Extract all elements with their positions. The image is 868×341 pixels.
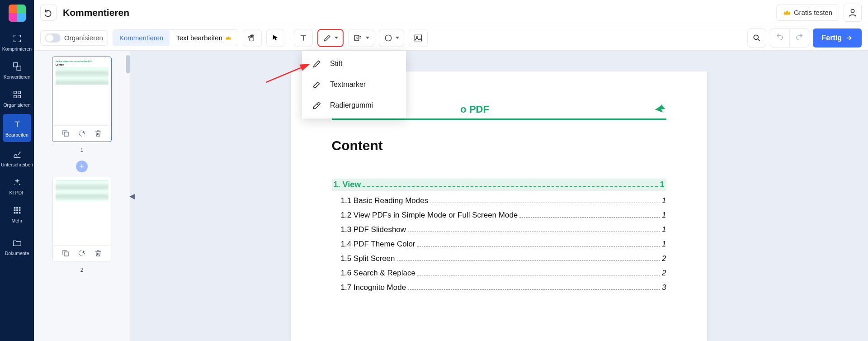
toc-item: 1.3 PDF Slideshow 1 (332, 225, 666, 234)
delete-page-icon[interactable] (94, 249, 102, 257)
svg-rect-11 (14, 209, 15, 211)
convert-icon (11, 61, 23, 72)
rotate-page-icon[interactable] (78, 249, 86, 257)
toc-section-page: 1 (660, 180, 664, 189)
edit-text-icon (11, 118, 23, 130)
thumbnail-panel: So Glad to Have You Here at SwifDoo PDF … (34, 51, 130, 341)
sidebar-item-convert[interactable]: Konvertieren (0, 56, 34, 84)
done-button-label: Fertig (822, 34, 842, 42)
sidebar-item-sign[interactable]: Unterschreiben (0, 144, 34, 172)
svg-rect-5 (18, 95, 20, 98)
svg-point-17 (851, 9, 854, 12)
svg-rect-24 (64, 132, 68, 136)
organize-toggle-label: Organisieren (64, 34, 103, 42)
document-viewport[interactable]: ◀ So Glad to Hav o PDF Content 1. View (130, 51, 868, 341)
profile-button[interactable] (844, 4, 862, 22)
free-trial-button[interactable]: Gratis testen (776, 5, 839, 21)
thumbnail-page-number: 2 (80, 267, 84, 273)
pen-icon (312, 59, 322, 69)
collapse-thumbnails-handle[interactable]: ◀ (130, 185, 135, 207)
sidebar-item-compress[interactable]: Komprimieren (0, 28, 34, 56)
dropdown-item-pen[interactable]: Stift (302, 53, 406, 74)
dropdown-item-label: Stift (330, 60, 343, 68)
sidebar-item-organize[interactable]: Organisieren (0, 84, 34, 112)
crown-icon (225, 35, 231, 41)
text-highlight-tool-button[interactable]: A (348, 29, 374, 47)
crown-icon (783, 9, 791, 17)
toc-item: 1.2 View PDFs in Simple Mode or Full Scr… (332, 211, 666, 220)
tab-annotate[interactable]: Kommentieren (113, 30, 170, 46)
sparkle-icon (11, 176, 23, 188)
svg-rect-4 (14, 95, 16, 98)
svg-rect-16 (19, 212, 20, 214)
undo-button[interactable] (40, 5, 57, 21)
content-heading: Content (332, 138, 666, 153)
sidebar-item-label: Konvertieren (4, 74, 31, 80)
done-button[interactable]: Fertig (813, 28, 862, 47)
organize-switch[interactable] (45, 33, 61, 43)
thumbnail-page-number: 1 (80, 147, 84, 153)
svg-text:A: A (355, 36, 358, 40)
thumbnail-scrollbar[interactable] (126, 55, 130, 73)
svg-point-23 (754, 35, 758, 39)
svg-rect-8 (14, 207, 15, 209)
sidebar-item-label: Unterschreiben (1, 162, 33, 167)
pen-tool-button[interactable] (317, 29, 344, 47)
mode-tabs: Kommentieren Text bearbeiten (113, 29, 238, 46)
sidebar-item-label: Mehr (12, 218, 23, 223)
chevron-down-icon (396, 37, 399, 39)
sidebar-item-aipdf[interactable]: KI PDF (0, 172, 34, 200)
dropdown-item-label: Textmarker (330, 81, 366, 89)
sidebar-item-label: KI PDF (9, 190, 25, 195)
tab-text-edit[interactable]: Text bearbeiten (170, 30, 238, 46)
thumbnail-page-2[interactable] (52, 177, 111, 261)
sidebar-item-label: Komprimieren (2, 46, 32, 52)
chevron-down-icon (366, 37, 369, 39)
sidebar-item-edit[interactable]: Bearbeiten (3, 114, 31, 142)
toc-section-name: 1. View (334, 180, 361, 189)
sidebar-item-more[interactable]: Mehr (0, 200, 34, 228)
sidebar-item-label: Dokumente (5, 251, 29, 256)
undo-redo-group (770, 28, 809, 47)
svg-rect-9 (16, 207, 18, 209)
toc-section: 1. View 1 (332, 179, 666, 191)
add-page-button[interactable]: + (76, 161, 88, 172)
toc-item: 1.7 Incognito Mode3 (332, 283, 666, 292)
pen-dropdown-menu: Stift Textmarker Radiergummi (302, 51, 406, 118)
thumbnail-preview: So Glad to Have You Here at SwifDoo PDF … (53, 57, 111, 125)
rotate-page-icon[interactable] (78, 129, 86, 137)
image-tool-button[interactable] (409, 29, 428, 47)
svg-rect-14 (14, 212, 15, 214)
organize-icon (11, 89, 23, 100)
svg-point-6 (19, 184, 20, 185)
svg-rect-21 (415, 35, 422, 41)
toolbar-divider (289, 32, 289, 44)
sidebar-item-documents[interactable]: Dokumente (0, 232, 34, 260)
duplicate-page-icon[interactable] (61, 129, 70, 137)
compress-icon (11, 33, 23, 44)
svg-point-7 (14, 184, 15, 185)
undo-toolbar-button[interactable] (770, 29, 789, 47)
sidebar-item-label: Bearbeiten (5, 132, 28, 137)
page-title: Kommentieren (63, 7, 129, 18)
hand-tool-button[interactable] (243, 29, 262, 47)
text-tool-button[interactable] (294, 29, 313, 47)
tab-annotate-label: Kommentieren (119, 34, 164, 42)
dropdown-item-marker[interactable]: Textmarker (302, 74, 406, 95)
app-logo (9, 5, 26, 22)
redo-toolbar-button[interactable] (789, 29, 809, 47)
pointer-tool-button[interactable] (266, 29, 284, 47)
duplicate-page-icon[interactable] (61, 249, 70, 257)
delete-page-icon[interactable] (94, 129, 102, 137)
toc-item: 1.5 Split Screen 2 (332, 254, 666, 263)
search-button[interactable] (747, 28, 766, 47)
toolbar: Organisieren Kommentieren Text bearbeite… (34, 25, 868, 51)
thumbnail-page-1[interactable]: So Glad to Have You Here at SwifDoo PDF … (52, 57, 111, 142)
thumbnail-preview (53, 177, 111, 245)
shape-tool-button[interactable] (379, 29, 404, 47)
dropdown-item-eraser[interactable]: Radiergummi (302, 95, 406, 116)
top-bar: Kommentieren Gratis testen (34, 0, 868, 25)
svg-rect-13 (19, 209, 20, 211)
sidebar-item-label: Organisieren (3, 102, 30, 108)
folder-icon (11, 237, 23, 249)
